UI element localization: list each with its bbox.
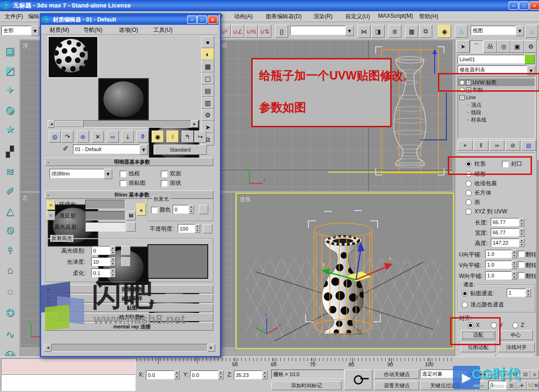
width-spinner[interactable]: ▲▼ — [519, 228, 524, 237]
motion-tab-icon[interactable]: ◎ — [497, 40, 510, 53]
minimize-button[interactable]: – — [509, 1, 518, 10]
reactor-icon[interactable]: ∿ — [2, 326, 18, 343]
height-spinner[interactable]: ▲▼ — [519, 239, 524, 247]
springs-icon[interactable]: ≋ — [2, 163, 18, 181]
get-material-icon[interactable]: ◍ — [49, 131, 61, 143]
set-key-button[interactable]: 设置关键点 — [374, 381, 419, 390]
material-name-dropdown[interactable]: 01 - Default — [73, 145, 143, 154]
configure-modifier-sets-icon[interactable]: ▤ — [521, 140, 536, 151]
named-selection-dropdown[interactable] — [290, 26, 349, 35]
mapping-shrinkwrap-radio[interactable]: 收缩包裹 — [466, 180, 497, 188]
menu-rendering[interactable]: 渲染(R) — [310, 11, 336, 22]
selection-filter-dropdown[interactable]: 全部 — [1, 26, 34, 35]
align-z-radio[interactable]: Z — [512, 322, 524, 328]
center-button[interactable]: 中心 — [498, 330, 533, 340]
face-map-checkbox[interactable]: 面贴图 — [120, 179, 146, 187]
normal-align-button[interactable]: 法线对齐 — [498, 342, 535, 352]
modifiers-icon[interactable]: ⚙ — [2, 222, 18, 240]
mapping-box-radio[interactable]: 长方体 — [466, 189, 491, 197]
x-coord-field[interactable]: 0.0 — [146, 370, 177, 379]
options-icon[interactable]: ⚙ — [201, 109, 214, 121]
me-scroll-right-icon[interactable]: ► — [207, 344, 215, 352]
object-color-swatch[interactable] — [524, 54, 535, 64]
put-to-library-icon[interactable]: ⤓ — [122, 131, 134, 143]
diffuse-map-button[interactable]: M — [126, 211, 136, 220]
go-to-parent-icon[interactable]: ↰ — [182, 131, 194, 143]
show-end-result-icon[interactable]: ‖ — [167, 131, 179, 143]
extended-parameters-rollout[interactable]: +扩展参数 — [45, 285, 213, 293]
key-filters-button[interactable]: 关键点过滤器... — [420, 381, 475, 390]
radiosity-icon[interactable]: ◌ — [2, 283, 18, 300]
maximize-button[interactable]: □ — [519, 1, 529, 10]
length-spinner[interactable]: ▲▼ — [519, 218, 524, 226]
render-type-arrow-icon[interactable]: ▼ — [516, 26, 524, 36]
menu-maxscript[interactable]: MAXScript(M) — [374, 11, 417, 21]
close-button[interactable]: ✕ — [530, 1, 539, 10]
ambient-color-swatch[interactable] — [85, 200, 125, 209]
zoom-extents-all-icon[interactable]: ⧈ — [531, 370, 539, 379]
menu-help[interactable]: 帮助(H) — [415, 11, 442, 22]
edit-named-selections-icon[interactable]: {} — [275, 25, 288, 38]
me-menu-material[interactable]: 材质(M) — [46, 25, 73, 36]
selection-set-dropdown[interactable]: 选定对象 — [420, 370, 471, 378]
length-field[interactable]: 66.77 — [491, 218, 522, 226]
mapping-face-radio[interactable]: 面 — [466, 198, 480, 206]
dynamics-properties-rollout[interactable]: +动力学属性 — [45, 313, 213, 321]
spinner-snap-icon[interactable]: ∪⇅ — [258, 25, 271, 38]
particles-icon[interactable]: ★ — [2, 121, 18, 138]
self-illum-spinner[interactable]: ▲▼ — [189, 205, 194, 214]
curve-editor-icon[interactable]: ▦ — [405, 25, 418, 38]
video-color-check-icon[interactable]: ▤ — [201, 85, 214, 97]
viewport-perspective-label[interactable]: 透视 — [240, 196, 251, 203]
maxscript-listener-pink[interactable] — [1, 358, 136, 374]
viewport-front[interactable]: 前 — [219, 40, 452, 191]
zoom-extents-icon[interactable]: ⊡ — [520, 370, 531, 379]
v-tile-spinner[interactable]: ▲▼ — [511, 261, 517, 269]
selection-set-arrow-icon[interactable]: ▼ — [467, 370, 475, 379]
dynamics-icon[interactable]: ⌂ — [2, 261, 18, 279]
slots-scroll-right-icon[interactable]: ► — [191, 120, 198, 128]
cameras-icon[interactable]: ◉ — [2, 101, 18, 119]
auto-key-button[interactable]: 自动关键点 — [374, 370, 419, 379]
me-h-scrollbar[interactable] — [51, 344, 208, 352]
current-frame-field[interactable]: 0 — [488, 381, 508, 389]
zoom-all-icon[interactable]: ⊞ — [510, 370, 520, 379]
quick-render-icon[interactable]: ♨ — [525, 25, 538, 38]
stack-item-line[interactable]: − Line — [458, 94, 535, 101]
me-menu-utilities[interactable]: 工具(U) — [150, 25, 176, 36]
specular-level-spinner[interactable]: ▲▼ — [110, 246, 116, 255]
material-editor-minimize-button[interactable]: – — [187, 15, 197, 24]
faceted-checkbox[interactable]: 面状 — [161, 179, 181, 187]
render-scene-icon[interactable]: ♨ — [455, 25, 468, 38]
soften-spinner[interactable]: ▲▼ — [110, 269, 116, 277]
show-map-in-viewport-icon[interactable]: ◉ — [152, 131, 164, 143]
v-tile-field[interactable]: 1.0 — [485, 261, 514, 269]
sample-tiling-icon[interactable]: ▢ — [201, 73, 214, 85]
material-effects-channel-icon[interactable]: 0 — [137, 131, 149, 143]
glossiness-map-button[interactable] — [121, 257, 131, 267]
menu-file[interactable]: 文件(F) — [1, 11, 27, 22]
display-tab-icon[interactable]: ▣ — [510, 40, 524, 53]
material-editor-icon[interactable]: ◉ — [438, 25, 451, 38]
layer-manager-icon[interactable]: ≣ — [388, 25, 401, 38]
w-tile-field[interactable]: 1.0 — [485, 271, 514, 280]
stack-item-segment[interactable]: ┈线段 — [458, 109, 535, 116]
lock-icon[interactable]: 🔒︎ — [137, 203, 146, 216]
mirror-icon[interactable]: ⋈ — [357, 25, 371, 38]
utilities-tab-icon[interactable]: ⚙ — [524, 40, 538, 53]
viewport-front-label[interactable]: 前 — [222, 42, 227, 50]
collapse-icon[interactable]: − — [459, 95, 465, 100]
wire-checkbox[interactable]: 线框 — [120, 170, 140, 178]
v-flip-checkbox[interactable] — [518, 261, 524, 268]
material-editor-maximize-button[interactable]: □ — [197, 15, 207, 24]
min-max-toggle-icon[interactable]: ⧉ — [533, 381, 539, 390]
shader-basic-rollout[interactable]: -明暗器基本参数 — [45, 158, 213, 166]
material-editor-close-button[interactable]: ✕ — [208, 15, 218, 24]
vertex-color-channel-radio[interactable]: 顶点颜色通道 — [462, 301, 504, 309]
u-tile-spinner[interactable]: ▲▼ — [511, 250, 517, 258]
play-animation-icon[interactable]: ► — [476, 381, 488, 390]
maxscript-listener-white[interactable] — [1, 374, 136, 391]
assign-material-to-selection-icon[interactable]: ⊕ — [77, 131, 89, 143]
go-forward-to-sibling-icon[interactable]: ↪ — [194, 131, 206, 143]
selection-filter-arrow-icon[interactable]: ▼ — [31, 26, 39, 36]
